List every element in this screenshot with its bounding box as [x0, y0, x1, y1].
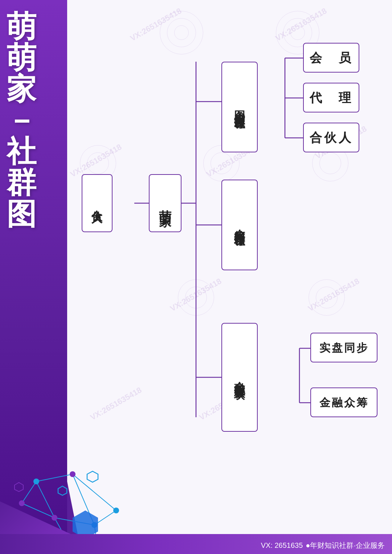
svg-marker-34 [87, 471, 98, 482]
node-leaf-member: 会 员 [303, 43, 359, 73]
node-partner-left: 合伙人 [82, 174, 113, 232]
svg-marker-35 [58, 486, 67, 495]
node-branch1: 图书馆网盘课程 [221, 62, 258, 152]
svg-point-24 [52, 515, 57, 521]
page-title: 萌萌家－社群图 [7, 11, 38, 230]
node-branch3: 金融投资板块 [221, 323, 258, 432]
svg-point-26 [113, 508, 119, 513]
node-branch2: 众筹网站课程 [221, 180, 258, 270]
footer-content: VX: 2651635 ●年财知识社群·企业服务 [261, 541, 385, 550]
svg-point-27 [33, 479, 39, 484]
node-leaf-live: 实盘同步 [310, 333, 377, 362]
svg-marker-36 [15, 483, 23, 492]
footer-vx: VX: 2651635 [261, 541, 303, 550]
node-center: 萌萌家 [149, 174, 181, 232]
svg-point-28 [70, 471, 75, 477]
svg-point-23 [19, 500, 25, 506]
svg-line-16 [22, 481, 36, 503]
svg-line-19 [36, 481, 54, 518]
footer-tagline: ●年财知识社群·企业服务 [306, 541, 385, 550]
svg-line-20 [73, 474, 116, 510]
node-leaf-crowdfund: 金融众筹 [310, 387, 377, 417]
node-leaf-partner: 合伙人 [303, 123, 359, 152]
node-leaf-agent: 代 理 [303, 83, 359, 112]
svg-line-17 [36, 474, 73, 481]
